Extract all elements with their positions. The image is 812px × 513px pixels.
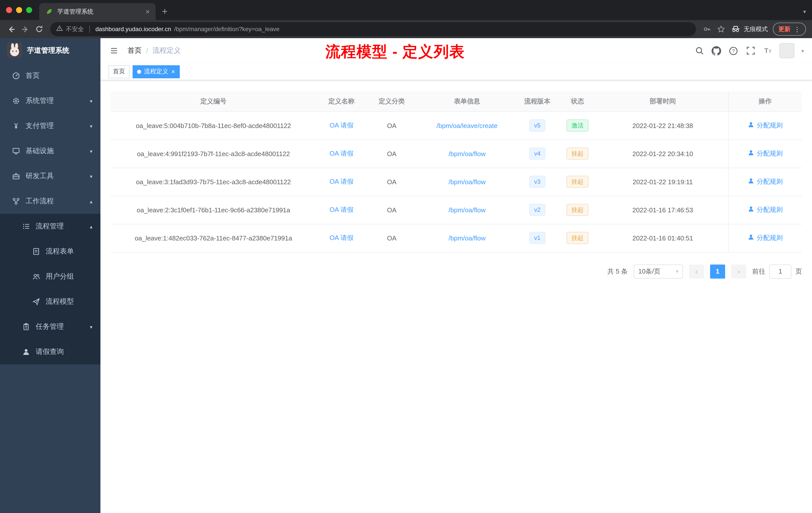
sidebar-item-system[interactable]: 系统管理 ▾ <box>0 88 100 114</box>
table-header-row: 定义编号定义名称定义分类表单信息流程版本状态部署时间操作 <box>111 91 802 112</box>
clipboard-icon <box>22 323 30 331</box>
form-info-link[interactable]: /bpm/oa/flow <box>448 234 485 242</box>
table-row: oa_leave:3:1fad3d93-7b75-11ec-a3c8-acde4… <box>111 168 802 196</box>
definition-category: OA <box>387 206 397 214</box>
sidebar-item-devtools[interactable]: 研发工具 ▾ <box>0 163 100 189</box>
tag-home[interactable]: 首页 <box>109 65 129 78</box>
definition-name-link[interactable]: OA 请假 <box>329 150 353 157</box>
address-bar[interactable]: 不安全 dashboard.yudao.iocoder.cn/bpm/manag… <box>50 22 696 36</box>
column-header: 状态 <box>557 91 598 112</box>
security-label[interactable]: 不安全 <box>66 25 84 33</box>
app-title: 芋道管理系统 <box>27 46 69 55</box>
assign-rule-link[interactable]: 分配规则 <box>748 233 783 242</box>
search-icon[interactable] <box>694 45 705 56</box>
sidebar-item-process-model[interactable]: 流程模型 <box>0 289 100 314</box>
status-badge: 挂起 <box>567 204 588 216</box>
sidebar-item-label: 用户分组 <box>46 272 74 281</box>
svg-text:T: T <box>764 47 768 55</box>
sidebar-item-process-mgmt[interactable]: 流程管理 ▴ <box>0 214 100 239</box>
goto-page-input[interactable] <box>769 264 791 278</box>
page-size-select[interactable]: 10条/页 ▾ <box>634 264 683 278</box>
person-icon <box>748 234 754 242</box>
tag-close-icon[interactable]: × <box>171 68 175 75</box>
assign-rule-link[interactable]: 分配规则 <box>748 177 783 186</box>
definition-name-link[interactable]: OA 请假 <box>329 178 353 185</box>
sidebar-item-payment[interactable]: 支付管理 ▾ <box>0 114 100 139</box>
breadcrumb-separator: / <box>146 47 148 55</box>
form-info-link[interactable]: /bpm/oa/leave/create <box>437 122 498 129</box>
page-number-button[interactable]: 1 <box>710 264 725 278</box>
definition-category: OA <box>387 150 397 157</box>
github-icon[interactable] <box>711 45 722 56</box>
prev-page-button[interactable]: ‹ <box>689 264 704 278</box>
total-count-label: 共 5 条 <box>607 267 628 276</box>
forward-icon[interactable] <box>18 22 32 36</box>
sidebar-item-process-form[interactable]: 流程表单 <box>0 239 100 264</box>
incognito-icon <box>731 24 740 34</box>
definition-name-link[interactable]: OA 请假 <box>329 121 353 129</box>
sidebar-item-task-mgmt[interactable]: 任务管理 ▾ <box>0 314 100 339</box>
breadcrumb-home-link[interactable]: 首页 <box>127 46 142 55</box>
document-icon <box>32 247 40 255</box>
maximize-window-button[interactable] <box>26 7 32 13</box>
chevron-down-icon: ▾ <box>676 269 678 274</box>
form-info-link[interactable]: /bpm/oa/flow <box>448 206 485 214</box>
password-key-icon[interactable] <box>700 22 714 36</box>
definition-name-link[interactable]: OA 请假 <box>329 206 353 213</box>
column-header: 表单信息 <box>417 91 517 112</box>
definition-name-link[interactable]: OA 请假 <box>329 234 353 241</box>
next-page-button[interactable]: › <box>731 264 746 278</box>
new-tab-button[interactable]: + <box>158 4 172 19</box>
tab-title: 芋道管理系统 <box>57 7 140 16</box>
assign-rule-link[interactable]: 分配规则 <box>748 121 783 130</box>
fullscreen-icon[interactable] <box>745 45 756 56</box>
definition-table: 定义编号定义名称定义分类表单信息流程版本状态部署时间操作 oa_leave:5:… <box>111 91 802 252</box>
assign-rule-label: 分配规则 <box>757 233 783 242</box>
browser-toolbar: 不安全 dashboard.yudao.iocoder.cn/bpm/manag… <box>0 20 812 38</box>
tag-label: 流程定义 <box>144 67 168 76</box>
form-info-link[interactable]: /bpm/oa/flow <box>448 150 485 157</box>
browser-tab[interactable]: 芋道管理系统 × <box>39 3 156 20</box>
status-badge: 挂起 <box>567 176 588 188</box>
sidebar-item-home[interactable]: 首页 <box>0 63 100 88</box>
sidebar-item-label: 工作流程 <box>26 197 54 206</box>
annotation-text: 流程模型 - 定义列表 <box>325 42 465 62</box>
sidebar-item-label: 流程表单 <box>46 247 74 256</box>
assign-rule-label: 分配规则 <box>757 177 783 186</box>
update-chrome-button[interactable]: 更新 ⋮ <box>773 23 806 36</box>
hamburger-icon[interactable] <box>109 45 119 56</box>
more-menu-icon[interactable]: ⋮ <box>794 25 801 33</box>
bookmark-star-icon[interactable] <box>714 22 728 36</box>
incognito-indicator: 无痕模式 <box>731 24 768 34</box>
assign-rule-link[interactable]: 分配规则 <box>748 205 783 214</box>
sidebar-item-workflow[interactable]: 工作流程 ▴ <box>0 189 100 214</box>
status-badge: 挂起 <box>567 232 588 244</box>
chevron-down-icon: ▾ <box>90 324 92 330</box>
status-badge: 挂起 <box>567 148 588 160</box>
sidebar-item-label: 系统管理 <box>26 96 54 105</box>
tab-close-icon[interactable]: × <box>144 7 152 16</box>
form-info-link[interactable]: /bpm/oa/flow <box>448 178 485 185</box>
chevron-up-icon: ▴ <box>90 223 92 229</box>
sidebar-item-label: 首页 <box>26 71 40 80</box>
dashboard-icon <box>12 72 20 80</box>
user-avatar[interactable] <box>779 43 794 58</box>
reload-icon[interactable] <box>32 22 46 36</box>
sidebar-item-infra[interactable]: 基础设施 ▾ <box>0 139 100 163</box>
sidebar-item-user-group[interactable]: 用户分组 <box>0 264 100 289</box>
assign-rule-link[interactable]: 分配规则 <box>748 149 783 158</box>
page-content: 定义编号定义名称定义分类表单信息流程版本状态部署时间操作 oa_leave:5:… <box>100 80 812 513</box>
sidebar-logo[interactable]: 芋道管理系统 <box>0 38 100 63</box>
tag-process-definition[interactable]: 流程定义 × <box>133 65 179 78</box>
deploy-time: 2022-01-22 20:34:10 <box>633 150 693 157</box>
help-icon[interactable]: ? <box>728 45 739 56</box>
version-badge: v2 <box>529 204 545 216</box>
back-icon[interactable] <box>4 22 18 36</box>
minimize-window-button[interactable] <box>16 7 22 13</box>
version-badge: v1 <box>529 232 545 244</box>
deploy-time: 2022-01-16 01:40:51 <box>633 234 693 242</box>
close-window-button[interactable] <box>6 7 12 13</box>
sidebar-item-leave-query[interactable]: 请假查询 <box>0 339 100 364</box>
font-size-icon[interactable]: TT <box>762 45 773 56</box>
tab-search-chevron-icon[interactable]: ▾ <box>803 8 806 15</box>
